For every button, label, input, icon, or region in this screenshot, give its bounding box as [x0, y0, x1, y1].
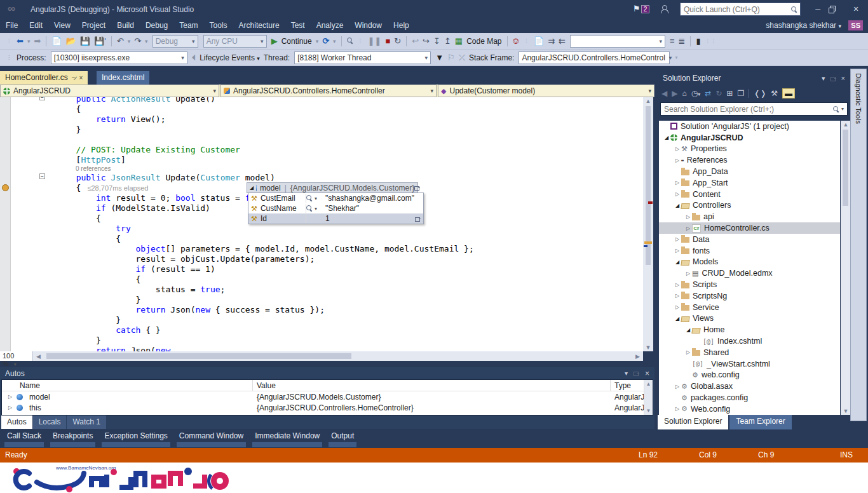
menu-item-tools[interactable]: Tools	[204, 19, 233, 32]
document-tab-index.cshtml[interactable]: Index.cshtml	[97, 71, 149, 84]
menu-item-window[interactable]: Window	[349, 19, 388, 32]
line-indicator[interactable]: Ln 92	[639, 450, 658, 459]
breakpoint-indicator[interactable]	[2, 184, 9, 191]
quick-launch-input[interactable]	[681, 3, 785, 15]
menu-item-help[interactable]: Help	[388, 19, 415, 32]
step-into-icon[interactable]: ↧	[433, 34, 440, 48]
toolbar-grip[interactable]: ⋮	[358, 38, 363, 44]
tool-window-tab-command-window[interactable]: Command Window	[175, 429, 247, 447]
horizontal-scrollbar[interactable]: 100 %▾ ◀ ▶	[0, 351, 643, 361]
process-dropdown[interactable]: [10300] iisexpress.exe▾	[51, 51, 187, 64]
code-editor[interactable]: − public ActionResult Update() { return …	[0, 97, 643, 351]
solution-explorer-search-box[interactable]: ▾	[660, 102, 848, 116]
menu-item-build[interactable]: Build	[111, 19, 140, 32]
menu-item-project[interactable]: Project	[76, 19, 111, 32]
insert-mode-indicator[interactable]: INS	[840, 450, 853, 459]
restart-debugging-icon[interactable]: ↻	[394, 34, 401, 48]
back-icon[interactable]: ◀	[661, 89, 667, 98]
undo-dropdown[interactable]: ▾	[128, 34, 131, 48]
column-header-value[interactable]: Value	[253, 380, 611, 391]
tab-solution-explorer[interactable]: Solution Explorer	[658, 415, 728, 429]
solution-configurations-dropdown[interactable]: Debug▾	[153, 35, 198, 48]
indent-icon[interactable]: ⇉	[548, 34, 555, 48]
view-code-icon[interactable]: ❬❭	[754, 89, 766, 98]
menu-item-file[interactable]: File	[0, 19, 24, 32]
tree-item-references[interactable]: ▷▪▪References	[659, 154, 840, 166]
code-map-icon[interactable]: ▦	[455, 34, 463, 48]
window-position-dropdown[interactable]: ▾	[822, 74, 825, 83]
codelens-indicator[interactable]: 0 references	[11, 165, 643, 173]
scroll-down-arrow[interactable]: ▼	[643, 344, 653, 351]
tree-item-homecontroller-cs[interactable]: ▷C#HomeController.cs	[659, 222, 840, 234]
tree-item-fonts[interactable]: ▷fonts	[659, 245, 840, 257]
solution-platforms-dropdown[interactable]: Any CPU▾	[203, 35, 267, 48]
tree-item-web-config[interactable]: ▷⚙Web.config	[659, 403, 840, 415]
expand-arrow-icon[interactable]: ▷	[674, 248, 681, 253]
breakpoint-settings-icon[interactable]: ⎊	[513, 34, 519, 48]
tab-team-explorer[interactable]: Team Explorer	[729, 415, 791, 429]
expand-arrow-icon[interactable]: ▷	[684, 226, 692, 231]
menu-item-team[interactable]: Team	[173, 19, 203, 32]
toolbar-grip[interactable]: ⋮	[6, 38, 12, 44]
tree-item-crud-model-edmx[interactable]: ▷▤CRUD_Model.edmx	[659, 267, 840, 279]
step-over-icon[interactable]: ↪	[423, 34, 430, 48]
datatip-header[interactable]: ◢ model | {AngularJSCRUD.Models.Customer…	[247, 182, 418, 193]
member-dropdown[interactable]: ◆ Update(Customer model)▾	[438, 84, 654, 97]
break-all-icon[interactable]: ❚❚	[368, 34, 382, 48]
tree-item-controllers[interactable]: ◢Controllers	[659, 200, 840, 212]
tool-window-tab-breakpoints[interactable]: Breakpoints	[49, 429, 97, 447]
expand-arrow-icon[interactable]: ▷	[674, 406, 681, 412]
menu-item-analyze[interactable]: Analyze	[311, 19, 349, 32]
suspend-threads-icon[interactable]: ⤫	[459, 51, 465, 65]
tree-item-models[interactable]: ◢Models	[659, 257, 840, 268]
redo-icon[interactable]: ↷	[134, 34, 141, 48]
datatip-member-id[interactable]: ⚒Id1	[248, 213, 423, 224]
expand-arrow-icon[interactable]: ▷	[674, 191, 681, 197]
pending-changes-filter-icon[interactable]: ◷▾	[691, 89, 701, 98]
comment-icon[interactable]: ≡	[670, 34, 675, 48]
toolbar-grip[interactable]: ⋮⋮	[705, 38, 717, 44]
expand-arrow-icon[interactable]: ▷	[674, 236, 681, 242]
tree-item-api[interactable]: ▷api	[659, 211, 840, 222]
expand-arrow-icon[interactable]: ▷	[674, 384, 681, 389]
fold-collapse-icon[interactable]: −	[39, 97, 45, 100]
tab-locals[interactable]: Locals	[33, 415, 67, 429]
tree-scrollbar[interactable]: ▲ ▼	[841, 121, 850, 415]
collapse-arrow-icon[interactable]: ◢	[674, 203, 681, 208]
diagnostic-tools-collapsed-tab[interactable]: Diagnostic Tools	[850, 69, 867, 421]
preview-selected-items-icon[interactable]: ▬	[782, 88, 795, 98]
continue-dropdown[interactable]: ▾	[316, 34, 319, 48]
open-file-icon[interactable]: 📂	[66, 34, 76, 48]
tree-item-service[interactable]: ▷Service	[659, 302, 840, 313]
stack-frame-dropdown[interactable]: AngularJSCRUD.Controllers.HomeControl▾	[519, 51, 670, 64]
tree-item-scriptsng[interactable]: ▷ScriptsNg	[659, 290, 840, 302]
scroll-up-arrow[interactable]: ▲	[643, 98, 653, 104]
tree-item-properties[interactable]: ▷⚒Properties	[659, 144, 840, 155]
autos-row-this[interactable]: ▷this{AngularJSCRUD.Controllers.HomeCont…	[2, 402, 653, 413]
vertical-scrollbar[interactable]: ▲ ▼	[643, 97, 653, 351]
autos-row-model[interactable]: ▷model{AngularJSCRUD.Models.Customer}Ang…	[2, 391, 653, 402]
tree-item-app-start[interactable]: ▷App_Start	[659, 177, 840, 189]
tree-item-web-config[interactable]: ⚙web.config	[659, 370, 840, 381]
editor-zoom-dropdown[interactable]: 100 %▾	[0, 351, 33, 361]
close-icon[interactable]: ×	[645, 369, 649, 378]
tree-item-app-data[interactable]: App_Data	[659, 166, 840, 177]
document-outline-icon[interactable]: 📄	[534, 34, 544, 48]
sync-with-active-document-icon[interactable]: ⇄	[705, 89, 711, 98]
expand-arrow-icon[interactable]: ▷	[684, 214, 692, 220]
document-tab-homecontroller.cs[interactable]: HomeController.cs−̷×	[0, 71, 88, 84]
close-icon[interactable]: ×	[79, 74, 83, 81]
expand-arrow-icon[interactable]: ▷	[7, 394, 13, 400]
window-position-dropdown[interactable]: ▾	[625, 370, 628, 377]
tree-item-packages-config[interactable]: ⚙packages.config	[659, 392, 840, 403]
tree-item-shared[interactable]: ▷Shared	[659, 347, 840, 358]
uncomment-icon[interactable]: ≣	[679, 34, 686, 48]
tool-window-tab-output[interactable]: Output	[327, 429, 358, 447]
code-map-button[interactable]: Code Map	[466, 37, 501, 46]
expand-arrow-icon[interactable]: ▷	[674, 146, 681, 152]
tree-item-views[interactable]: ◢Views	[659, 313, 840, 325]
collapse-all-icon[interactable]: ⊞	[726, 89, 733, 98]
scroll-right-arrow[interactable]: ▶	[632, 353, 643, 360]
thread-dropdown[interactable]: [8188] Worker Thread▾	[294, 51, 431, 64]
collapse-arrow-icon[interactable]: ◢	[663, 135, 670, 140]
